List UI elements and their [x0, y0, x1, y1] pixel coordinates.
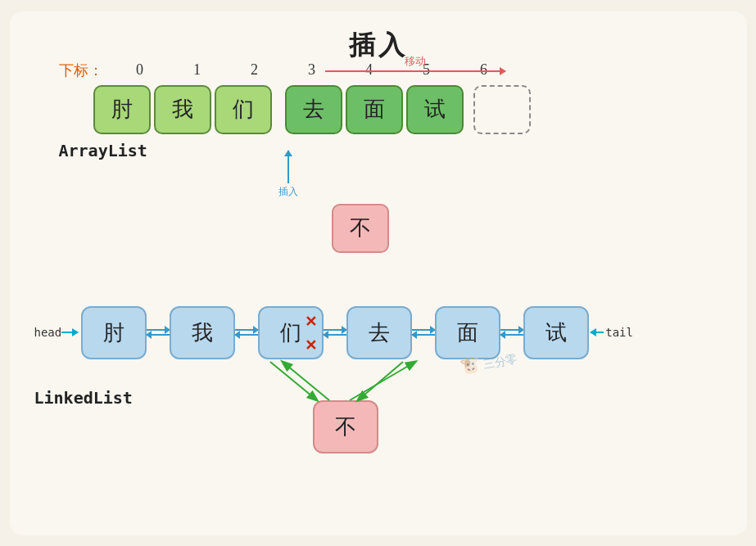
tail-label: tail	[605, 326, 633, 339]
subscript-1: 1	[169, 61, 226, 79]
ll-arrows-pair-3	[324, 329, 346, 336]
linkedlist-section: head 肘 我 们 ✕ ✕	[34, 306, 739, 359]
ll-arrows-pair-4	[412, 329, 435, 336]
ll-box-们: 们 ✕ ✕	[258, 306, 324, 359]
ll-arrows-pair-5	[500, 329, 523, 336]
ll-box-我: 我	[170, 306, 235, 359]
move-label: 移动	[405, 54, 426, 69]
ll-box-肘: 肘	[81, 306, 147, 359]
svg-line-0	[283, 362, 329, 400]
head-group: head	[34, 326, 82, 339]
subscript-label: 下标：	[59, 61, 103, 80]
arraylist-section: 下标： 0 1 2 3 4 5 6 移动 肘 我 们 去 面	[59, 61, 731, 160]
ll-box-试: 试	[523, 306, 589, 359]
main-container: 插入 下标： 0 1 2 3 4 5 6 移动 肘 我 们	[10, 11, 747, 535]
al-box-们: 们	[215, 85, 272, 134]
svg-line-3	[358, 362, 403, 400]
ll-bwd-3	[324, 334, 346, 336]
ll-bwd-1	[147, 334, 170, 336]
svg-line-1	[350, 362, 415, 400]
ll-arrows-pair-2	[235, 329, 258, 336]
arraylist-label: ArrayList	[59, 141, 731, 160]
ll-box-去: 去	[346, 306, 412, 359]
subscript-0: 0	[111, 61, 169, 79]
ll-insert-box: 不	[313, 400, 378, 453]
al-box-去: 去	[285, 85, 342, 134]
head-arrow	[61, 332, 78, 333]
al-insert-label: 插入	[278, 185, 298, 199]
al-box-面: 面	[346, 85, 403, 134]
xx-mark-top: ✕	[305, 314, 317, 329]
svg-line-2	[270, 362, 317, 400]
subscript-2: 2	[226, 61, 283, 79]
ll-row: head 肘 我 们 ✕ ✕	[34, 306, 739, 359]
ll-bwd-4	[412, 334, 435, 336]
tail-arrow	[591, 332, 604, 333]
subscript-row: 下标： 0 1 2 3 4 5 6 移动	[59, 61, 731, 80]
al-box-empty	[473, 85, 531, 134]
al-box-试: 试	[406, 85, 464, 134]
al-box-我: 我	[154, 85, 211, 134]
ll-arrows-pair-1	[147, 329, 170, 336]
tail-group: tail	[591, 326, 633, 339]
al-box-肘: 肘	[93, 85, 151, 134]
ll-bwd-2	[235, 334, 258, 336]
xx-mark-bot: ✕	[305, 338, 317, 353]
al-insert-box: 不	[332, 204, 389, 253]
move-arrow-line	[325, 70, 505, 72]
linkedlist-label: LinkedList	[34, 388, 133, 408]
move-arrow-container: 移动	[325, 54, 505, 72]
head-label: head	[34, 326, 62, 339]
ll-bwd-5	[500, 334, 523, 336]
